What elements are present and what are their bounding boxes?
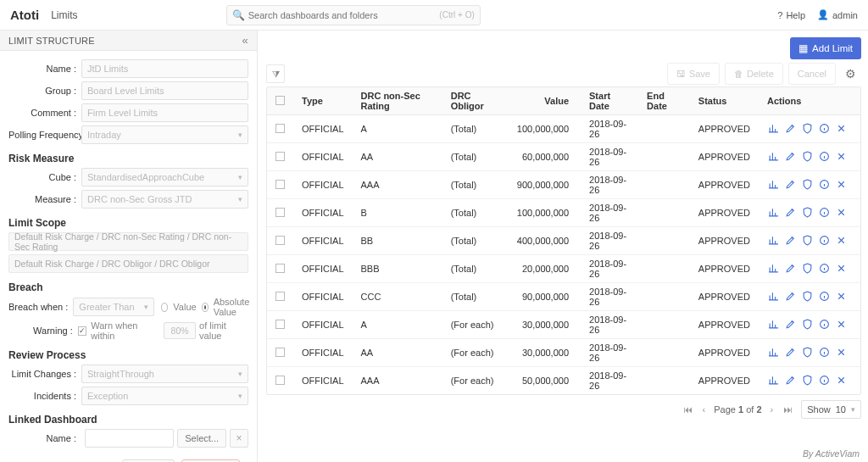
row-checkbox[interactable] <box>275 152 285 161</box>
row-delete-action[interactable] <box>835 262 849 276</box>
row-chart-action[interactable] <box>767 374 781 387</box>
row-chart-action[interactable] <box>767 122 781 136</box>
row-chart-action[interactable] <box>767 346 781 359</box>
row-shield-action[interactable] <box>801 262 815 276</box>
row-edit-action[interactable] <box>784 318 798 331</box>
col-rating[interactable]: DRC non-Sec Rating <box>353 87 442 115</box>
row-info-action[interactable] <box>818 150 832 164</box>
row-chart-action[interactable] <box>767 206 781 220</box>
row-info-action[interactable] <box>818 122 832 136</box>
row-chart-action[interactable] <box>767 262 781 276</box>
row-delete-action[interactable] <box>835 206 849 220</box>
row-info-action[interactable] <box>818 206 832 220</box>
row-checkbox[interactable] <box>275 348 285 357</box>
row-chart-action[interactable] <box>767 178 781 192</box>
row-shield-action[interactable] <box>801 290 815 303</box>
col-obligor[interactable]: DRC Obligor <box>442 87 509 115</box>
row-shield-action[interactable] <box>801 374 815 387</box>
linked-select-button[interactable]: Select... <box>177 429 226 448</box>
row-delete-action[interactable] <box>835 346 849 359</box>
search-input[interactable] <box>248 10 440 20</box>
col-status[interactable]: Status <box>690 87 759 115</box>
row-edit-action[interactable] <box>784 262 798 276</box>
row-delete-action[interactable] <box>835 290 849 303</box>
warning-percent-input[interactable] <box>164 322 196 339</box>
row-info-action[interactable] <box>818 262 832 276</box>
row-shield-action[interactable] <box>801 346 815 359</box>
row-edit-action[interactable] <box>784 178 798 192</box>
row-info-action[interactable] <box>818 234 832 248</box>
row-delete-action[interactable] <box>835 150 849 164</box>
page-prev[interactable]: ‹ <box>701 404 708 415</box>
row-delete-action[interactable] <box>835 122 849 136</box>
breach-absvalue-radio[interactable] <box>202 303 209 312</box>
row-info-action[interactable] <box>818 290 832 303</box>
table-delete-button[interactable]: 🗑Delete <box>725 63 783 85</box>
row-checkbox[interactable] <box>275 292 285 301</box>
row-edit-action[interactable] <box>784 150 798 164</box>
row-chart-action[interactable] <box>767 290 781 303</box>
row-delete-action[interactable] <box>835 234 849 248</box>
linked-name-input[interactable] <box>85 429 174 448</box>
breadcrumb[interactable]: Limits <box>51 9 77 21</box>
group-input[interactable]: Board Level Limits <box>81 81 248 100</box>
row-delete-action[interactable] <box>835 178 849 192</box>
help-link[interactable]: ?Help <box>777 10 805 20</box>
poll-freq-select[interactable]: Intraday▾ <box>81 125 248 144</box>
row-delete-action[interactable] <box>835 318 849 331</box>
page-last[interactable]: ⏭ <box>782 404 794 415</box>
row-info-action[interactable] <box>818 374 832 387</box>
row-info-action[interactable] <box>818 318 832 331</box>
row-edit-action[interactable] <box>784 346 798 359</box>
measure-select[interactable]: DRC non-Sec Gross JTD▾ <box>81 190 248 209</box>
col-start-date[interactable]: Start Date <box>581 87 638 115</box>
table-settings-button[interactable]: ⚙ <box>841 64 860 83</box>
col-end-date[interactable]: End Date <box>638 87 690 115</box>
comment-input[interactable]: Firm Level Limits <box>81 103 248 122</box>
row-chart-action[interactable] <box>767 234 781 248</box>
row-edit-action[interactable] <box>784 206 798 220</box>
select-all-checkbox[interactable] <box>275 96 285 105</box>
row-checkbox[interactable] <box>275 236 285 245</box>
scope-entry[interactable]: Default Risk Charge / DRC Obligor / DRC … <box>8 254 248 273</box>
col-value[interactable]: Value <box>509 87 581 115</box>
row-shield-action[interactable] <box>801 318 815 331</box>
breach-when-select[interactable]: Greater Than▾ <box>73 298 154 316</box>
table-cancel-button[interactable]: Cancel <box>788 63 836 85</box>
filter-button[interactable]: ⧩ <box>266 64 285 83</box>
row-shield-action[interactable] <box>801 150 815 164</box>
scope-entry[interactable]: Default Risk Charge / DRC non-Sec Rating… <box>8 232 248 251</box>
row-chart-action[interactable] <box>767 318 781 331</box>
row-delete-action[interactable] <box>835 374 849 387</box>
name-input[interactable]: JtD Limits <box>81 59 248 78</box>
limit-changes-select[interactable]: StraightThrough▾ <box>81 365 248 383</box>
row-chart-action[interactable] <box>767 150 781 164</box>
page-first[interactable]: ⏮ <box>682 404 694 415</box>
row-shield-action[interactable] <box>801 122 815 136</box>
row-info-action[interactable] <box>818 346 832 359</box>
linked-remove-button[interactable]: × <box>230 429 248 448</box>
page-next[interactable]: › <box>769 404 776 415</box>
row-checkbox[interactable] <box>275 264 285 273</box>
row-edit-action[interactable] <box>784 290 798 303</box>
row-checkbox[interactable] <box>275 124 285 133</box>
warning-checkbox[interactable] <box>78 326 87 336</box>
row-checkbox[interactable] <box>275 208 285 217</box>
row-shield-action[interactable] <box>801 206 815 220</box>
row-shield-action[interactable] <box>801 234 815 248</box>
row-edit-action[interactable] <box>784 122 798 136</box>
row-info-action[interactable] <box>818 178 832 192</box>
breach-value-radio[interactable] <box>161 303 168 312</box>
add-limit-button[interactable]: ▦Add Limit <box>790 37 861 59</box>
row-edit-action[interactable] <box>784 374 798 387</box>
incidents-select[interactable]: Exception▾ <box>81 387 248 405</box>
row-checkbox[interactable] <box>275 320 285 329</box>
row-shield-action[interactable] <box>801 178 815 192</box>
row-edit-action[interactable] <box>784 234 798 248</box>
user-menu[interactable]: 👤admin <box>817 9 858 20</box>
collapse-icon[interactable]: « <box>242 34 248 47</box>
row-checkbox[interactable] <box>275 376 285 385</box>
global-search[interactable]: 🔍 (Ctrl + O) <box>226 5 481 25</box>
col-type[interactable]: Type <box>293 87 353 115</box>
cube-select[interactable]: StandardisedApproachCube▾ <box>81 168 248 186</box>
